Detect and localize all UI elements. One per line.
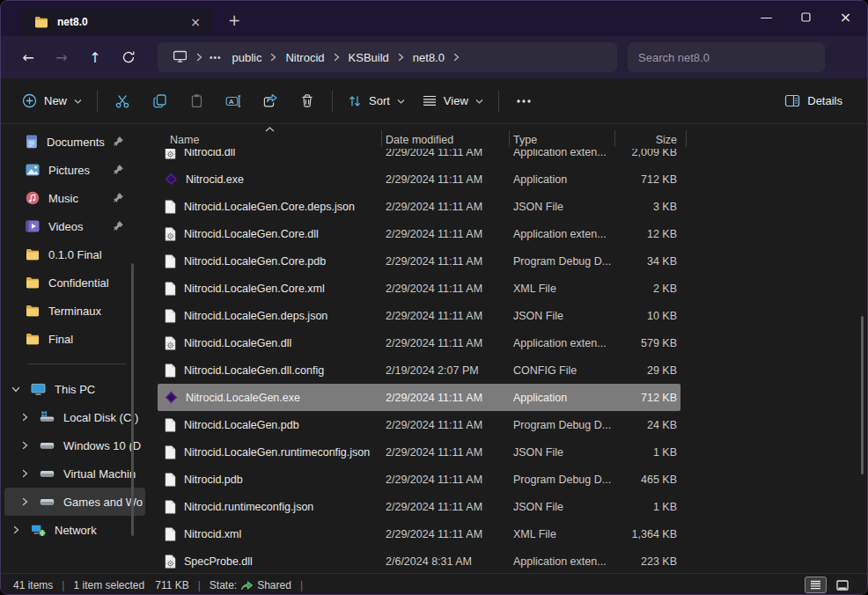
file-name: Nitrocid.LocaleGen.dll (184, 337, 291, 349)
chevron-right-icon[interactable] (18, 441, 31, 450)
file-row-nitrocid-localegen-deps-json[interactable]: Nitrocid.LocaleGen.deps.json2/29/2024 11… (158, 302, 680, 329)
sidebar-item-confidential[interactable]: Confidential (4, 268, 145, 297)
breadcrumb-item-net8-0[interactable]: net8.0 (407, 48, 451, 67)
file-explorer-window: net8.0 × + — × ← → ↑ •••publicNitrocidKS… (0, 0, 868, 595)
file-row-nitrocid-xml[interactable]: Nitrocid.xml2/29/2024 11:11 AMXML File1,… (158, 520, 680, 547)
file-list-scrollbar[interactable] (861, 316, 864, 474)
cut-button[interactable] (104, 85, 141, 117)
chevron-right-icon[interactable] (18, 497, 31, 506)
column-divider[interactable] (509, 130, 510, 147)
search-box[interactable] (628, 42, 825, 72)
sidebar-item-this-pc[interactable]: This PC (4, 375, 145, 403)
new-tab-button[interactable]: + (223, 9, 246, 32)
sidebar-item-virtual-machin[interactable]: Virtual Machin (4, 459, 145, 488)
back-button[interactable]: ← (11, 43, 45, 71)
file-row-specprobe-dll[interactable]: SpecProbe.dll2/6/2024 8:31 AMApplication… (158, 547, 680, 573)
chevron-down-icon (397, 99, 405, 104)
drive-icon (40, 467, 55, 480)
search-input[interactable] (638, 51, 814, 64)
tab-net8.0[interactable]: net8.0 × (22, 8, 212, 36)
breadcrumb-item-public[interactable]: public (226, 48, 268, 67)
paste-button[interactable] (178, 85, 215, 117)
sidebar-item-music[interactable]: Music (4, 184, 145, 212)
thumbnails-view-button[interactable] (831, 577, 853, 593)
details-view-button[interactable] (805, 577, 827, 593)
file-row-nitrocid-runtimeconfig-json[interactable]: Nitrocid.runtimeconfig.json2/29/2024 11:… (158, 493, 680, 520)
sidebar-item-0-1-0-final[interactable]: 0.1.0 Final (4, 240, 145, 268)
file-row-nitrocid-localegen-dll-config[interactable]: Nitrocid.LocaleGen.dll.config2/19/2024 2… (158, 356, 680, 384)
dll-icon (165, 227, 176, 241)
column-divider[interactable] (614, 130, 615, 147)
column-header-type[interactable]: Type (509, 134, 614, 146)
status-bar: 41 items | 1 item selected 711 KB | Stat… (1, 573, 867, 595)
sort-button[interactable]: Sort (339, 85, 414, 117)
videos-icon (26, 220, 40, 232)
toolbar-separator (498, 91, 499, 112)
file-name: Nitrocid.runtimeconfig.json (184, 501, 313, 513)
breadcrumb-device-button[interactable] (166, 47, 194, 69)
file-row-nitrocid-localegen-pdb[interactable]: Nitrocid.LocaleGen.pdb2/29/2024 11:11 AM… (158, 411, 680, 438)
svg-text:A: A (229, 97, 233, 105)
file-name-cell: Nitrocid.LocaleGen.Core.xml (158, 282, 381, 296)
file-row-nitrocid-localegen-core-xml[interactable]: Nitrocid.LocaleGen.Core.xml2/29/2024 11:… (158, 275, 680, 302)
tab-close-icon[interactable]: × (186, 12, 205, 32)
file-icon (165, 200, 176, 214)
column-divider[interactable] (381, 130, 382, 147)
view-button[interactable]: View (414, 85, 492, 117)
file-size: 1,364 KB (614, 528, 680, 540)
column-divider[interactable] (686, 130, 687, 147)
file-type: Application exten... (509, 555, 614, 568)
breadcrumb-item-nitrocid[interactable]: Nitrocid (279, 48, 330, 67)
sidebar-item-network[interactable]: Network (4, 516, 145, 544)
file-type: Program Debug D... (509, 474, 614, 486)
sidebar-item-pictures[interactable]: Pictures (4, 156, 145, 184)
rename-button[interactable]: A (215, 85, 252, 117)
share-button[interactable] (252, 85, 289, 117)
file-size: 29 KB (614, 364, 680, 377)
chevron-right-icon[interactable] (10, 525, 22, 534)
column-header-date-modified[interactable]: Date modified (381, 134, 509, 146)
sidebar-item-games-and-wo[interactable]: Games and Wo (4, 488, 145, 516)
copy-button[interactable] (141, 85, 178, 117)
breadcrumb-overflow-button[interactable]: ••• (205, 53, 226, 62)
file-row-nitrocid-localegen-core-pdb[interactable]: Nitrocid.LocaleGen.Core.pdb2/29/2024 11:… (158, 247, 680, 275)
breadcrumb-item-ksbuild[interactable]: KSBuild (342, 48, 395, 67)
sidebar-item-videos[interactable]: Videos (4, 212, 145, 240)
minimize-button[interactable]: — (747, 1, 786, 33)
sidebar-item-documents[interactable]: Documents (4, 128, 145, 156)
file-row-nitrocid-localegen-core-dll[interactable]: Nitrocid.LocaleGen.Core.dll2/29/2024 11:… (158, 220, 680, 247)
file-row-nitrocid-localegen-dll[interactable]: Nitrocid.LocaleGen.dll2/29/2024 11:11 AM… (158, 329, 680, 356)
sidebar-scrollbar[interactable] (131, 263, 134, 536)
more-button[interactable] (505, 85, 542, 117)
file-row-nitrocid-exe[interactable]: Nitrocid.exe2/29/2024 11:11 AMApplicatio… (158, 165, 680, 193)
exe-icon (165, 173, 178, 186)
close-button[interactable]: × (826, 1, 865, 33)
sidebar-item-terminaux[interactable]: Terminaux (4, 297, 145, 325)
chevron-right-icon (452, 53, 460, 62)
file-row-nitrocid-localegen-exe[interactable]: Nitrocid.LocaleGen.exe2/29/2024 11:11 AM… (158, 384, 680, 411)
maximize-button[interactable] (786, 1, 826, 33)
file-row-nitrocid-localegen-runtimeconfig-json[interactable]: Nitrocid.LocaleGen.runtimeconfig.json2/2… (158, 438, 680, 466)
chevron-right-icon[interactable] (18, 469, 31, 478)
chevron-down-icon[interactable] (10, 386, 22, 393)
file-row-nitrocid-localegen-core-deps-json[interactable]: Nitrocid.LocaleGen.Core.deps.json2/29/20… (158, 193, 680, 220)
file-size: 34 KB (614, 255, 680, 268)
refresh-button[interactable] (112, 43, 145, 71)
toolbar: New A Sort View Details (1, 78, 867, 124)
file-type: XML File (509, 528, 614, 540)
column-header-size[interactable]: Size (614, 134, 686, 146)
chevron-right-icon[interactable] (18, 413, 31, 422)
sidebar-item-local-disk-c[interactable]: Local Disk (C:) (4, 403, 145, 431)
column-header-name[interactable]: Name (158, 134, 381, 146)
sidebar-item-label: Network (55, 524, 97, 537)
new-button[interactable]: New (13, 85, 91, 117)
delete-button[interactable] (289, 85, 326, 117)
sidebar-item-windows-10-d[interactable]: Windows 10 (D (4, 431, 145, 459)
file-row-nitrocid-pdb[interactable]: Nitrocid.pdb2/29/2024 11:11 AMProgram De… (158, 466, 680, 493)
details-button[interactable]: Details (776, 85, 851, 117)
up-button[interactable]: ↑ (78, 43, 112, 71)
sidebar: DocumentsPicturesMusicVideos0.1.0 FinalC… (1, 124, 149, 573)
sidebar-item-final[interactable]: Final (4, 325, 145, 353)
file-name: Nitrocid.xml (184, 528, 241, 540)
file-date-modified: 2/6/2024 8:31 AM (381, 555, 509, 568)
